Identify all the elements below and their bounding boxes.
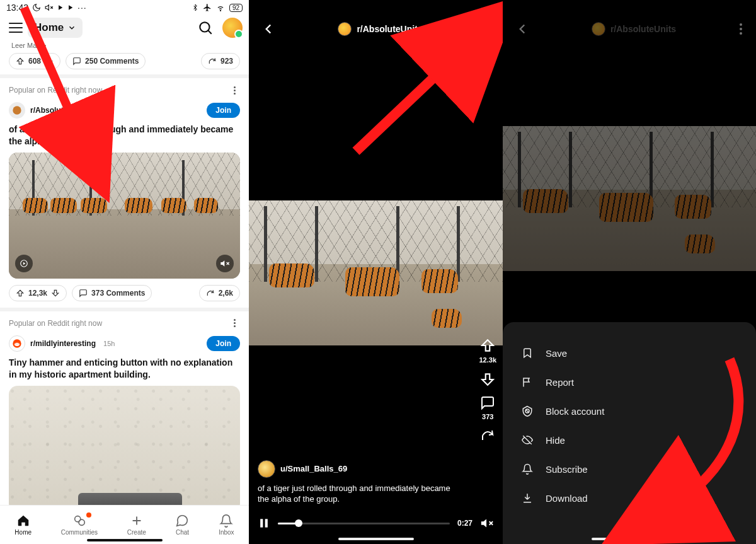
flag-icon — [522, 376, 533, 388]
join-button[interactable]: Join — [207, 103, 240, 118]
seek-bar[interactable] — [278, 523, 450, 524]
nav-label: Chat — [176, 529, 189, 536]
sheet-block[interactable]: Block account — [518, 396, 741, 425]
comment-icon — [79, 289, 88, 298]
time-remaining: 0:27 — [457, 519, 472, 528]
panel-video-menu: r/AbsoluteUnits Save Report Block accoun… — [503, 0, 756, 544]
nav-home[interactable]: Home — [14, 514, 32, 536]
video-side-actions: 12.3k 373 — [479, 337, 496, 443]
section-overflow-button[interactable] — [229, 84, 240, 96]
post-image[interactable] — [9, 386, 240, 505]
sheet-subscribe[interactable]: Subscribe — [518, 454, 741, 483]
downvote-icon[interactable] — [51, 289, 60, 298]
play-icon — [67, 4, 74, 11]
share-button[interactable] — [480, 428, 495, 443]
share-button[interactable]: 2,6k — [199, 285, 240, 301]
sheet-label: Block account — [546, 406, 604, 417]
video-surface[interactable] — [249, 200, 503, 345]
nav-communities[interactable]: Communities — [61, 514, 98, 536]
back-button[interactable] — [514, 21, 530, 37]
nav-create[interactable]: Create — [127, 514, 146, 536]
share-count: 2,6k — [219, 289, 233, 298]
join-button[interactable]: Join — [207, 336, 240, 351]
overflow-menu-button[interactable] — [737, 21, 745, 37]
upvote-button[interactable]: 12.3k — [479, 337, 496, 364]
upvote-icon — [16, 57, 25, 66]
svg-point-0 — [220, 10, 220, 11]
comment-icon — [72, 57, 81, 66]
subreddit-link: r/AbsoluteUnits — [592, 22, 676, 36]
downvote-button[interactable] — [479, 371, 496, 388]
play-icon — [57, 4, 64, 11]
subreddit-icon[interactable] — [9, 335, 25, 352]
sheet-download[interactable]: Download — [518, 483, 741, 512]
section-overflow-button[interactable] — [229, 318, 240, 329]
mute-toggle-button[interactable] — [216, 255, 234, 272]
back-button[interactable] — [260, 21, 277, 37]
nav-label: Inbox — [219, 529, 234, 536]
airplane-icon — [203, 3, 212, 12]
post-title[interactable]: of a tiger just rolled through and immed… — [9, 119, 240, 153]
feed-dropdown[interactable]: Home — [28, 18, 83, 38]
post-hammer[interactable]: r/mildlyinteresting 15h Join Tiny hammer… — [0, 332, 249, 505]
plus-icon — [130, 514, 144, 528]
share-icon — [206, 289, 215, 298]
home-indicator — [592, 538, 667, 540]
downvote-icon[interactable] — [45, 57, 54, 66]
comments-button[interactable]: 373 — [480, 395, 495, 420]
section-header: Popular on Reddit right now — [0, 311, 249, 332]
bottom-nav: Home Communities Create Chat Inbox — [0, 505, 249, 544]
home-indicator — [338, 538, 414, 540]
upvote-button[interactable]: 12,3k — [9, 285, 67, 301]
subreddit-link[interactable]: r/mildlyinteresting — [30, 339, 96, 348]
video-topbar: r/AbsoluteUnits — [249, 0, 503, 43]
share-count: 923 — [220, 57, 233, 66]
nav-inbox[interactable]: Inbox — [219, 514, 234, 536]
sheet-label: Subscribe — [546, 464, 588, 475]
home-indicator — [87, 539, 163, 541]
overflow-menu-button[interactable] — [484, 21, 491, 37]
wifi-icon — [215, 3, 226, 12]
sheet-save[interactable]: Save — [518, 339, 741, 367]
subreddit-link[interactable]: r/AbsoluteUnits — [338, 22, 422, 36]
search-button[interactable] — [197, 20, 214, 36]
bell-icon — [522, 463, 533, 475]
post-time: 15h — [103, 340, 115, 347]
share-button[interactable]: 923 — [201, 53, 240, 69]
svg-line-13 — [356, 38, 476, 151]
comments-button[interactable]: 373 Comments — [72, 285, 152, 301]
svg-point-7 — [18, 344, 18, 344]
upvote-button[interactable]: 608 — [9, 53, 60, 69]
user-link[interactable]: u/Small_Balls_69 — [258, 460, 459, 478]
panel-feed: 13:43 ··· 92 Home — [0, 0, 249, 544]
svg-point-5 — [14, 342, 20, 345]
subreddit-name: r/AbsoluteUnits — [610, 24, 676, 34]
share-icon — [480, 428, 495, 443]
mute-button[interactable] — [480, 516, 494, 530]
feed-scroll[interactable]: 13:43 ··· 92 Home — [0, 0, 249, 505]
bell-icon — [219, 514, 233, 528]
sheet-report[interactable]: Report — [518, 367, 741, 396]
post-video-thumbnail[interactable] — [9, 153, 240, 279]
topbar: Home — [0, 13, 249, 42]
sheet-hide[interactable]: Hide — [518, 425, 741, 454]
menu-button[interactable] — [6, 19, 25, 37]
download-icon — [522, 492, 533, 504]
upvote-icon — [16, 289, 25, 298]
block-icon — [522, 405, 533, 417]
post-title[interactable]: Tiny hammer and enticing button with no … — [9, 352, 240, 386]
comments-button[interactable]: 250 Comments — [66, 53, 146, 69]
subreddit-icon[interactable] — [9, 102, 25, 119]
read-more-link[interactable]: Leer Más > — [9, 42, 240, 53]
nav-chat[interactable]: Chat — [175, 514, 189, 536]
subreddit-link[interactable]: r/AbsoluteUnits — [30, 106, 86, 115]
post-tiger[interactable]: r/AbsoluteUnits Join of a tiger just rol… — [0, 98, 249, 308]
pause-button[interactable] — [258, 517, 270, 530]
svg-point-1 — [200, 22, 209, 32]
comments-count: 373 — [482, 413, 493, 420]
action-sheet: Save Report Block account Hide Subscribe… — [503, 322, 756, 544]
nav-label: Home — [14, 529, 32, 536]
svg-point-2 — [13, 106, 21, 114]
profile-avatar[interactable] — [222, 18, 243, 38]
user-avatar — [258, 460, 275, 478]
